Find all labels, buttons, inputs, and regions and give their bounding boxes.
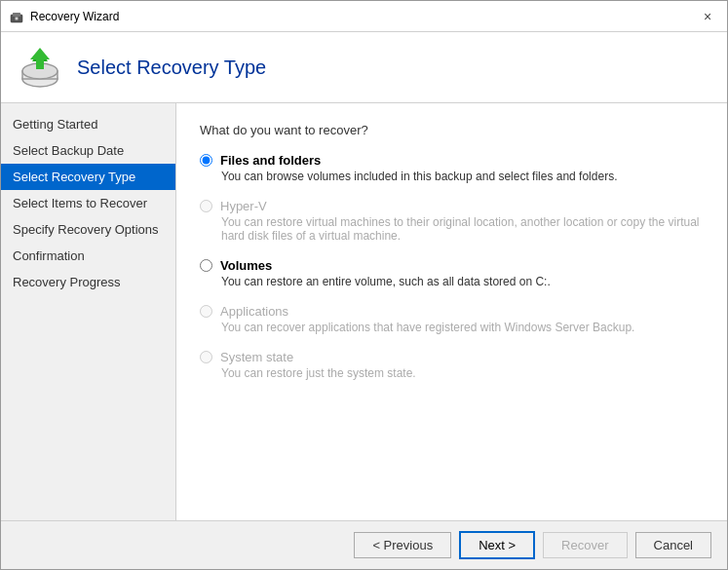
option-label-system-state: System state [200,350,704,364]
option-desc-applications: You can recover applications that have r… [221,321,704,334]
sidebar-item-confirmation[interactable]: Confirmation [1,243,175,269]
main-area: Getting StartedSelect Backup DateSelect … [1,103,727,520]
option-label-files-folders[interactable]: Files and folders [200,153,704,168]
radio-applications [200,305,212,318]
footer: < Previous Next > Recover Cancel [1,520,727,569]
header: Select Recovery Type [1,32,727,103]
sidebar-item-select-recovery-type[interactable]: Select Recovery Type [1,164,175,190]
option-system-state: System stateYou can restore just the sys… [200,350,704,380]
option-desc-files-folders: You can browse volumes included in this … [221,170,704,183]
cancel-button[interactable]: Cancel [635,532,711,558]
previous-button[interactable]: < Previous [354,532,451,558]
app-icon [9,9,24,24]
option-desc-volumes: You can restore an entire volume, such a… [221,275,704,288]
option-label-volumes[interactable]: Volumes [200,258,704,273]
option-label-hyper-v: Hyper-V [200,199,704,213]
option-label-applications: Applications [200,304,704,319]
close-button[interactable]: × [696,5,719,28]
option-hyper-v: Hyper-VYou can restore virtual machines … [200,199,704,243]
option-files-folders: Files and foldersYou can browse volumes … [200,153,704,183]
option-volumes: VolumesYou can restore an entire volume,… [200,258,704,288]
title-bar-text: Recovery Wizard [30,10,696,23]
content-area: What do you want to recover? Files and f… [176,103,727,520]
sidebar-item-specify-options[interactable]: Specify Recovery Options [1,216,175,243]
recover-button[interactable]: Recover [543,532,627,558]
question-text: What do you want to recover? [200,123,704,137]
page-title: Select Recovery Type [77,57,266,79]
svg-point-3 [16,18,18,19]
svg-rect-1 [13,13,20,17]
sidebar: Getting StartedSelect Backup DateSelect … [1,103,176,520]
sidebar-item-select-backup-date[interactable]: Select Backup Date [1,137,175,164]
option-desc-system-state: You can restore just the system state. [221,366,704,380]
next-button[interactable]: Next > [459,531,535,559]
sidebar-item-getting-started[interactable]: Getting Started [1,111,175,137]
title-bar: Recovery Wizard × [1,1,727,32]
sidebar-item-select-items[interactable]: Select Items to Recover [1,190,175,216]
option-desc-hyper-v: You can restore virtual machines to thei… [221,215,704,243]
radio-volumes[interactable] [200,259,212,272]
dialog: Recovery Wizard × Select Recovery Type G… [0,0,728,570]
radio-hyper-v [200,200,212,212]
sidebar-item-recovery-progress[interactable]: Recovery Progress [1,269,175,295]
radio-files-folders[interactable] [200,154,212,167]
option-applications: ApplicationsYou can recover applications… [200,304,704,334]
radio-system-state [200,351,212,363]
header-icon [17,44,63,91]
